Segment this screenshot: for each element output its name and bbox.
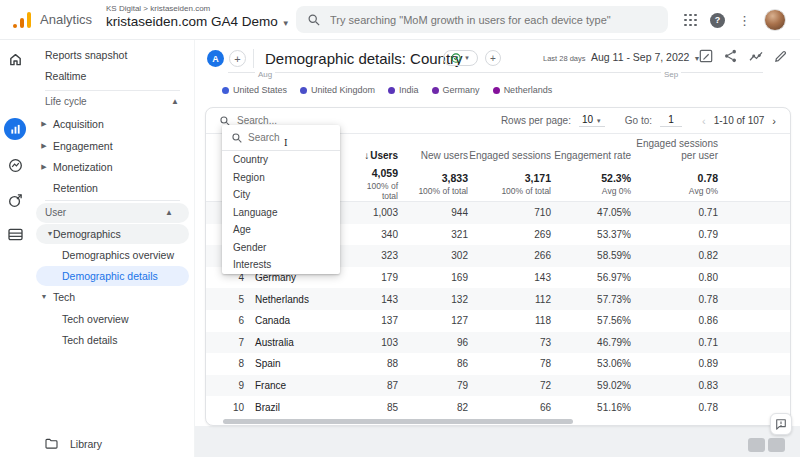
cell-new-users: 169 [398, 272, 468, 283]
reports-icon[interactable] [4, 118, 26, 140]
insights-icon[interactable] [749, 49, 763, 63]
pagination-range: 1-10 of 107 [714, 115, 765, 126]
overlay-control[interactable] [768, 438, 785, 452]
total-new-users: 3,833 [398, 172, 468, 184]
dropdown-item-city[interactable]: City [222, 186, 340, 204]
dropdown-item-region[interactable]: Region [222, 169, 340, 187]
user-avatar[interactable] [764, 9, 786, 31]
property-name: kristaseiden.com GA4 Demo [106, 14, 278, 29]
sidebar-item-library[interactable]: Library [30, 434, 195, 454]
column-header-users[interactable]: ↓Users [356, 150, 398, 162]
cell-engaged-per-user: 0.89 [631, 358, 718, 369]
home-icon[interactable] [8, 52, 24, 68]
admin-table-icon[interactable] [8, 228, 24, 244]
row-country: Spain [244, 358, 356, 369]
expand-down-icon: ▼ [45, 224, 55, 244]
sidebar-item-reports-snapshot[interactable]: Reports snapshot [30, 45, 195, 65]
sidebar-item-tech-overview[interactable]: Tech overview [30, 309, 195, 329]
table-row: 9France87797259.02%0.83 [206, 375, 790, 397]
legend-item: United Kingdom [300, 85, 375, 95]
analytics-logo-icon [13, 11, 33, 28]
row-country: Canada [244, 315, 356, 326]
global-search-input[interactable] [330, 14, 650, 26]
page-background [195, 426, 800, 457]
sidebar-item-retention[interactable]: Retention [30, 178, 195, 198]
chevron-down-icon: ▼ [282, 19, 290, 28]
workspace-avatar[interactable]: A [207, 50, 224, 67]
rows-per-page-select[interactable]: 10 ▼ [579, 114, 605, 127]
breadcrumb: KS Digital > kristaseiden.com [106, 4, 290, 13]
table-row: 10Brazil85826651.16%0.78 [206, 396, 790, 418]
date-range-picker[interactable]: Aug 11 - Sep 7, 2022▼ [591, 51, 700, 63]
cell-users: 88 [356, 358, 398, 369]
report-status-button[interactable]: ▼ [443, 50, 478, 66]
text-cursor: I [284, 138, 288, 148]
sidebar-item-demographics[interactable]: ▼Demographics [36, 224, 189, 244]
sidebar-item-demographic-details[interactable]: Demographic details [36, 266, 189, 286]
sidebar-item-tech[interactable]: ▼Tech [30, 287, 195, 307]
feedback-button[interactable] [770, 413, 792, 435]
dropdown-item-country[interactable]: Country [222, 151, 340, 169]
chart-legend: United States United Kingdom India Germa… [222, 84, 552, 96]
legend-dot [388, 87, 395, 94]
overlay-control[interactable] [748, 438, 765, 452]
apps-grid-icon[interactable] [684, 14, 697, 27]
legend-dot [300, 87, 307, 94]
expand-down-icon: ▼ [39, 287, 49, 307]
cell-engagement-rate: 59.02% [551, 380, 631, 391]
prev-page-icon[interactable]: ‹ [702, 115, 706, 127]
sidebar-item-demographics-overview[interactable]: Demographics overview [30, 245, 195, 265]
column-header-engagement-rate[interactable]: Engagement rate [551, 150, 631, 162]
global-search[interactable] [296, 6, 668, 33]
cell-new-users: 96 [398, 337, 468, 348]
sidebar-item-tech-details[interactable]: Tech details [30, 330, 195, 350]
cell-engaged-per-user: 0.86 [631, 315, 718, 326]
sidebar-item-monetization[interactable]: ▶Monetization [30, 157, 195, 177]
cell-new-users: 82 [398, 402, 468, 413]
dropdown-item-age[interactable]: Age [222, 221, 340, 239]
dropdown-item-gender[interactable]: Gender [222, 239, 340, 257]
account-switcher[interactable]: KS Digital > kristaseiden.com kristaseid… [106, 4, 290, 29]
dropdown-search-input[interactable] [248, 132, 318, 143]
help-icon[interactable]: ? [710, 13, 725, 28]
column-header-new-users[interactable]: New users [398, 150, 468, 162]
page-title: Demographic details: Country [265, 48, 463, 69]
column-header-engaged-per-user[interactable]: Engaged sessions per user [631, 138, 718, 161]
cell-engaged-per-user: 0.71 [631, 207, 718, 218]
legend-item: Netherlands [493, 85, 553, 95]
cell-engaged-sessions: 66 [468, 402, 551, 413]
axis-label-sep: Sep [661, 70, 681, 79]
legend-dot [432, 87, 439, 94]
cell-users: 179 [356, 272, 398, 283]
horizontal-scrollbar[interactable] [223, 419, 573, 424]
dropdown-item-language[interactable]: Language [222, 204, 340, 222]
total-users: 4,059 [356, 167, 398, 179]
table-row: 7Australia103967346.79%0.71 [206, 332, 790, 354]
column-header-engaged-sessions[interactable]: Engaged sessions [468, 150, 551, 162]
share-icon[interactable] [724, 49, 738, 63]
dropdown-search[interactable] [222, 125, 340, 151]
add-report-button[interactable]: + [485, 50, 501, 66]
sidebar-item-acquisition[interactable]: ▶Acquisition [30, 114, 195, 134]
cell-users: 87 [356, 380, 398, 391]
sidebar-item-engagement[interactable]: ▶Engagement [30, 136, 195, 156]
edit-pencil-icon[interactable] [774, 49, 788, 63]
divider [253, 49, 254, 68]
cell-engaged-sessions: 710 [468, 207, 551, 218]
explore-icon[interactable] [8, 158, 24, 174]
next-page-icon[interactable]: › [772, 115, 776, 127]
customize-report-icon[interactable] [699, 49, 713, 63]
chevron-up-icon: ▲ [171, 92, 179, 112]
sidebar-item-realtime[interactable]: Realtime [30, 66, 195, 86]
legend-item: United States [222, 85, 287, 95]
cell-engaged-sessions: 78 [468, 358, 551, 369]
add-comparison-button[interactable]: + [229, 50, 246, 67]
sidebar-section-life-cycle[interactable]: Life cycle▲ [30, 92, 195, 112]
sidebar-section-user[interactable]: User▲ [36, 203, 189, 223]
more-options-icon[interactable]: ⋮ [738, 13, 751, 28]
advertising-icon[interactable] [8, 193, 24, 209]
expand-right-icon: ▶ [39, 114, 49, 134]
cell-engaged-sessions: 269 [468, 229, 551, 240]
dropdown-item-interests[interactable]: Interests [222, 256, 340, 274]
goto-page-input[interactable]: 1 [660, 114, 682, 127]
